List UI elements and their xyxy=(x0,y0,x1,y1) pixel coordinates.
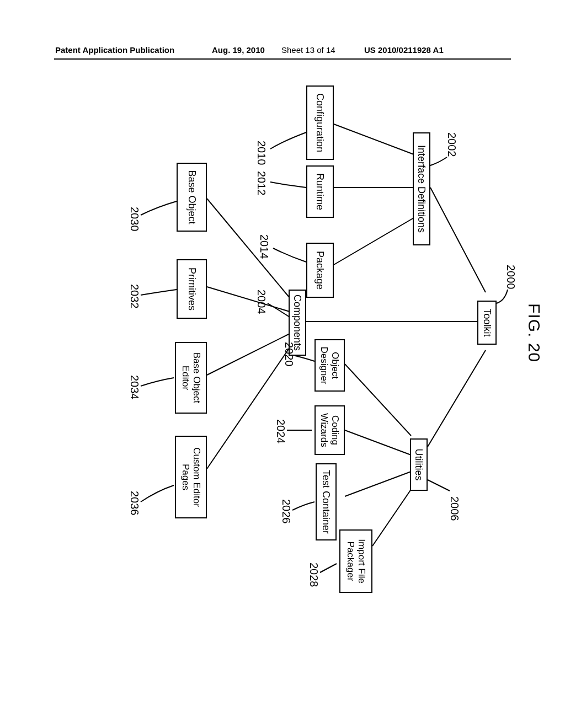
svg-line-7 xyxy=(345,430,411,455)
ref-2024: 2024 xyxy=(274,419,287,444)
node-interface-definitions: Interface Definitions xyxy=(413,132,430,245)
node-configuration: Configuration xyxy=(306,85,334,160)
node-base-object-editor: Base ObjectEditor xyxy=(175,342,207,414)
node-runtime: Runtime xyxy=(306,165,334,218)
ref-2030: 2030 xyxy=(128,207,141,232)
svg-line-3 xyxy=(334,124,414,154)
header-date: Aug. 19, 2010 xyxy=(212,45,265,55)
ref-2026: 2026 xyxy=(280,499,292,524)
ref-2036: 2036 xyxy=(128,491,141,516)
svg-line-12 xyxy=(207,334,290,375)
svg-line-9 xyxy=(372,485,414,546)
node-test-container: Test Container xyxy=(316,463,337,540)
ref-2000: 2000 xyxy=(504,265,517,290)
ref-2028: 2028 xyxy=(307,563,320,587)
page: Patent Application Publication Aug. 19, … xyxy=(0,0,565,728)
diagram: FIG. 20 Toolkit Interface Definitions Ut… xyxy=(47,94,527,574)
ref-2004: 2004 xyxy=(255,290,268,314)
ref-2002: 2002 xyxy=(445,132,458,157)
ref-2020: 2020 xyxy=(282,342,295,367)
svg-line-5 xyxy=(334,218,414,265)
node-utilities: Utilities xyxy=(410,438,428,491)
svg-line-2 xyxy=(428,350,486,447)
ref-2012: 2012 xyxy=(255,171,268,196)
ref-2032: 2032 xyxy=(128,284,141,309)
ref-2014: 2014 xyxy=(258,234,270,259)
figure-title: FIG. 20 xyxy=(525,303,543,362)
ref-2006: 2006 xyxy=(448,496,461,521)
node-primitives: Primitives xyxy=(177,259,207,319)
ref-2010: 2010 xyxy=(255,141,268,165)
svg-line-13 xyxy=(207,347,290,469)
ref-2034: 2034 xyxy=(128,375,141,400)
svg-line-10 xyxy=(207,199,290,298)
svg-line-6 xyxy=(345,364,411,436)
svg-line-0 xyxy=(430,188,486,292)
node-import-file-packager: Import FilePackager xyxy=(339,529,372,593)
header-rule xyxy=(54,58,511,60)
svg-line-11 xyxy=(207,287,290,312)
header-sheet: Sheet 13 of 14 xyxy=(281,45,335,55)
header-left: Patent Application Publication xyxy=(55,45,174,55)
node-object-designer: ObjectDesigner xyxy=(315,339,345,392)
node-package: Package xyxy=(306,243,334,298)
header-pubno: US 2010/0211928 A1 xyxy=(364,45,444,55)
node-coding-wizards: CodingWizards xyxy=(315,405,345,455)
node-base-object: Base Object xyxy=(177,163,207,232)
node-custom-editor-pages: Custom EditorPages xyxy=(175,436,207,518)
node-toolkit: Toolkit xyxy=(477,301,497,345)
svg-line-8 xyxy=(345,472,411,496)
